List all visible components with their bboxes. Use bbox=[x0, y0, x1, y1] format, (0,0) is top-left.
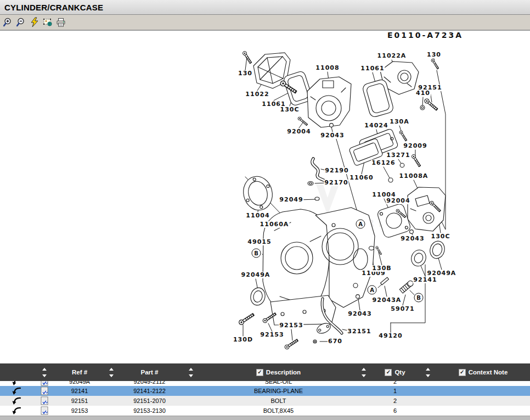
qty-cell: 2 bbox=[370, 381, 420, 385]
part-label[interactable]: 130A bbox=[389, 119, 409, 125]
callout-A: A bbox=[356, 220, 365, 229]
column-qty[interactable]: ✓ Qty bbox=[370, 369, 420, 376]
part-label[interactable]: 92043 bbox=[347, 311, 372, 317]
part-label[interactable]: 92141 bbox=[413, 277, 437, 283]
part-label[interactable]: 92049A bbox=[241, 272, 271, 278]
table-row[interactable]: 92049A 92049-2112 SEAL-OIL 2 bbox=[0, 381, 530, 386]
part-label[interactable]: 16126 bbox=[371, 160, 396, 166]
parts-table: Ref # Part # ✓ Description ✓ Qty ✓ Conte… bbox=[0, 363, 530, 420]
part-label[interactable]: 11061 bbox=[360, 65, 385, 72]
ref-cell: 92049A bbox=[55, 381, 104, 385]
locate-part-arrow-icon[interactable] bbox=[0, 397, 34, 405]
zoom-out-icon[interactable] bbox=[15, 16, 27, 29]
desc-cell: BEARING-PLANE bbox=[200, 388, 357, 394]
ref-cell: 92153 bbox=[55, 407, 104, 414]
qty-cell: 1 bbox=[370, 388, 420, 394]
part-label[interactable]: 11060A bbox=[260, 221, 290, 228]
part-label[interactable]: 14024 bbox=[364, 122, 388, 129]
part-label[interactable]: 92153 bbox=[279, 322, 303, 329]
bottom-strip bbox=[0, 416, 530, 420]
sort-icon[interactable] bbox=[34, 368, 55, 377]
part-label[interactable]: 32151 bbox=[347, 328, 371, 335]
qty-cell: 6 bbox=[370, 407, 420, 414]
part-cell: 92151-2070 bbox=[118, 397, 181, 404]
part-label[interactable]: 92049A bbox=[427, 270, 457, 277]
qty-checkbox[interactable]: ✓ bbox=[385, 369, 392, 376]
sort-icon[interactable] bbox=[104, 368, 118, 377]
zoom-in-icon[interactable] bbox=[2, 16, 14, 29]
part-label[interactable]: 92043 bbox=[320, 132, 345, 139]
table-row[interactable]: 92151 92151-2070 BOLT 2 bbox=[0, 396, 530, 406]
part-label[interactable]: 130 bbox=[426, 52, 442, 58]
context-note-doc-icon[interactable] bbox=[34, 387, 55, 395]
context-note-doc-icon[interactable] bbox=[34, 406, 55, 415]
qty-cell: 2 bbox=[370, 397, 420, 404]
part-label[interactable]: 59071 bbox=[390, 306, 415, 312]
part-label[interactable]: 49015 bbox=[247, 239, 272, 245]
desc-cell: BOLT bbox=[200, 397, 357, 404]
callout-B: B bbox=[252, 249, 261, 258]
description-checkbox[interactable]: ✓ bbox=[256, 369, 263, 376]
diagram-linework: LEADVENTURE bbox=[0, 0, 530, 420]
part-label[interactable]: 92004 bbox=[286, 128, 311, 135]
column-ref[interactable]: Ref # bbox=[55, 369, 104, 376]
part-label[interactable]: 11022A bbox=[377, 53, 407, 59]
part-label[interactable]: 11060 bbox=[349, 175, 374, 181]
part-label[interactable]: 13271 bbox=[386, 152, 410, 159]
print-icon[interactable] bbox=[55, 16, 67, 29]
part-label[interactable]: 92009 bbox=[403, 143, 427, 149]
part-label[interactable]: 130D bbox=[233, 337, 253, 343]
part-cell: 92141-2122 bbox=[118, 388, 181, 394]
column-context-note[interactable]: ✓ Context Note bbox=[436, 369, 530, 376]
part-label[interactable]: 92170 bbox=[324, 180, 348, 186]
diagram-code: E0110-A723A bbox=[386, 31, 464, 40]
context-note-checkbox[interactable]: ✓ bbox=[459, 369, 466, 376]
table-row[interactable]: 92141 92141-2122 BEARING-PLANE 1 bbox=[0, 386, 530, 396]
locate-part-arrow-icon[interactable] bbox=[0, 387, 34, 395]
part-label[interactable]: 92004 bbox=[386, 198, 410, 204]
part-label[interactable]: 11022 bbox=[245, 91, 269, 98]
table-row[interactable]: 92153 92153-2130 BOLT,8X45 6 bbox=[0, 406, 530, 416]
lightning-icon[interactable] bbox=[29, 16, 41, 29]
part-label[interactable]: 92043A bbox=[372, 297, 402, 304]
context-note-doc-icon[interactable] bbox=[34, 381, 55, 386]
part-label[interactable]: 130C bbox=[279, 107, 300, 113]
part-label[interactable]: 49120 bbox=[378, 333, 403, 339]
image-select-icon[interactable] bbox=[42, 16, 54, 29]
desc-cell: BOLT,8X45 bbox=[200, 407, 357, 414]
sort-icon[interactable] bbox=[420, 368, 436, 377]
ref-cell: 92141 bbox=[55, 388, 104, 394]
part-label[interactable]: 130C bbox=[430, 233, 450, 240]
callout-B: B bbox=[414, 293, 424, 303]
part-cell: 92153-2130 bbox=[118, 407, 181, 414]
parts-diagram: LEADVENTURE bbox=[0, 0, 530, 420]
part-label[interactable]: 410 bbox=[415, 90, 431, 97]
page-title: CYLINDER/CRANKCASE bbox=[4, 3, 103, 12]
locate-part-arrow-icon[interactable] bbox=[0, 407, 34, 415]
part-label[interactable]: 11004 bbox=[245, 212, 270, 219]
part-label[interactable]: 92043 bbox=[400, 236, 425, 242]
column-description[interactable]: ✓ Description bbox=[200, 369, 357, 376]
part-label[interactable]: 130 bbox=[238, 70, 253, 77]
column-part[interactable]: Part # bbox=[118, 369, 181, 376]
table-body: 92049A 92049-2112 SEAL-OIL 2 92141 92141… bbox=[0, 381, 530, 416]
part-label[interactable]: 92190 bbox=[324, 167, 349, 174]
table-header: Ref # Part # ✓ Description ✓ Qty ✓ Conte… bbox=[0, 363, 530, 381]
desc-cell: SEAL-OIL bbox=[200, 381, 357, 385]
locate-part-arrow-icon[interactable] bbox=[0, 381, 34, 386]
part-label[interactable]: 92153 bbox=[260, 332, 284, 338]
part-label[interactable]: 11008 bbox=[315, 65, 340, 71]
title-bar: CYLINDER/CRANKCASE bbox=[0, 0, 530, 15]
part-cell: 92049-2112 bbox=[118, 381, 181, 385]
ref-cell: 92151 bbox=[55, 397, 104, 404]
context-note-doc-icon[interactable] bbox=[34, 396, 55, 405]
part-label[interactable]: 670 bbox=[328, 338, 343, 345]
sort-icon[interactable] bbox=[181, 368, 200, 377]
sort-icon[interactable] bbox=[357, 368, 370, 377]
callout-A: A bbox=[368, 285, 377, 295]
part-label[interactable]: 130B bbox=[371, 265, 392, 272]
part-label[interactable]: 92049 bbox=[279, 197, 303, 203]
part-label[interactable]: 11008A bbox=[399, 173, 429, 180]
toolbar bbox=[0, 15, 530, 31]
